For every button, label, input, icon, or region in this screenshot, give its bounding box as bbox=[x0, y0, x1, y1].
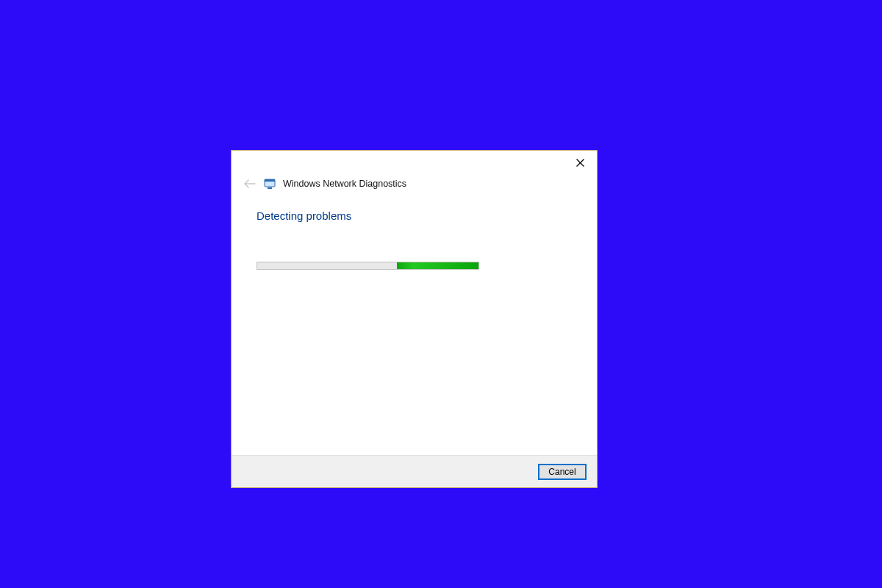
progress-fill bbox=[397, 262, 479, 269]
back-arrow-icon bbox=[244, 179, 256, 188]
close-icon bbox=[576, 159, 584, 167]
dialog-subtitle: Detecting problems bbox=[257, 209, 572, 222]
dialog-content: Detecting problems bbox=[232, 198, 597, 455]
close-button[interactable] bbox=[567, 154, 592, 171]
cancel-button[interactable]: Cancel bbox=[538, 464, 587, 480]
dialog-title: Windows Network Diagnostics bbox=[283, 179, 406, 189]
diagnostics-dialog: Windows Network Diagnostics Detecting pr… bbox=[231, 150, 598, 488]
svg-rect-4 bbox=[268, 187, 272, 189]
svg-rect-3 bbox=[265, 179, 275, 182]
progress-bar bbox=[257, 262, 479, 270]
titlebar bbox=[232, 151, 597, 174]
dialog-footer: Cancel bbox=[232, 455, 597, 487]
back-button bbox=[243, 177, 257, 190]
diagnostics-icon bbox=[264, 178, 276, 190]
dialog-header: Windows Network Diagnostics bbox=[232, 174, 597, 198]
